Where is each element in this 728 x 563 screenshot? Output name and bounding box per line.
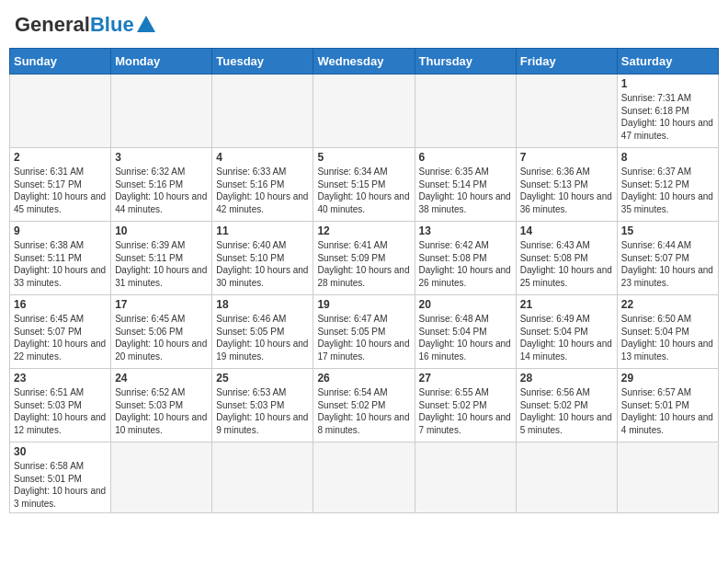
day-number: 5	[317, 151, 410, 164]
day-number: 17	[115, 298, 208, 311]
calendar-cell: 25Sunrise: 6:53 AM Sunset: 5:03 PM Dayli…	[212, 369, 313, 442]
calendar-week-row: 16Sunrise: 6:45 AM Sunset: 5:07 PM Dayli…	[10, 295, 719, 369]
day-info: Sunrise: 7:31 AM Sunset: 6:18 PM Dayligh…	[621, 92, 714, 142]
day-info: Sunrise: 6:40 AM Sunset: 5:10 PM Dayligh…	[216, 239, 309, 289]
calendar-cell	[212, 75, 313, 148]
calendar-cell: 27Sunrise: 6:55 AM Sunset: 5:02 PM Dayli…	[415, 369, 516, 442]
day-number: 23	[14, 372, 107, 385]
day-info: Sunrise: 6:35 AM Sunset: 5:14 PM Dayligh…	[419, 166, 512, 215]
calendar-cell	[313, 442, 415, 513]
calendar-cell: 23Sunrise: 6:51 AM Sunset: 5:03 PM Dayli…	[10, 369, 111, 442]
day-number: 1	[621, 77, 714, 90]
day-number: 29	[621, 372, 714, 385]
calendar-cell: 18Sunrise: 6:46 AM Sunset: 5:05 PM Dayli…	[212, 295, 313, 369]
calendar-cell	[313, 75, 415, 148]
day-number: 20	[419, 298, 512, 311]
day-number: 21	[520, 298, 613, 311]
calendar-cell: 17Sunrise: 6:45 AM Sunset: 5:06 PM Dayli…	[111, 295, 212, 369]
calendar-cell: 14Sunrise: 6:43 AM Sunset: 5:08 PM Dayli…	[516, 222, 617, 295]
day-number: 9	[14, 224, 107, 237]
day-info: Sunrise: 6:55 AM Sunset: 5:02 PM Dayligh…	[419, 386, 512, 436]
calendar-header-wednesday: Wednesday	[313, 49, 415, 75]
calendar-cell: 11Sunrise: 6:40 AM Sunset: 5:10 PM Dayli…	[212, 222, 313, 295]
day-info: Sunrise: 6:56 AM Sunset: 5:02 PM Dayligh…	[520, 386, 613, 436]
day-number: 4	[216, 151, 309, 164]
day-info: Sunrise: 6:41 AM Sunset: 5:09 PM Dayligh…	[317, 239, 410, 289]
day-number: 6	[419, 151, 512, 164]
day-info: Sunrise: 6:44 AM Sunset: 5:07 PM Dayligh…	[621, 239, 714, 289]
calendar-cell: 30Sunrise: 6:58 AM Sunset: 5:01 PM Dayli…	[10, 442, 111, 513]
calendar-cell: 4Sunrise: 6:33 AM Sunset: 5:16 PM Daylig…	[212, 148, 313, 222]
calendar-cell: 26Sunrise: 6:54 AM Sunset: 5:02 PM Dayli…	[313, 369, 415, 442]
day-info: Sunrise: 6:52 AM Sunset: 5:03 PM Dayligh…	[115, 386, 208, 436]
day-info: Sunrise: 6:45 AM Sunset: 5:07 PM Dayligh…	[14, 313, 107, 362]
day-number: 16	[14, 298, 107, 311]
calendar-cell: 21Sunrise: 6:49 AM Sunset: 5:04 PM Dayli…	[516, 295, 617, 369]
day-info: Sunrise: 6:54 AM Sunset: 5:02 PM Dayligh…	[317, 386, 410, 436]
calendar-cell: 29Sunrise: 6:57 AM Sunset: 5:01 PM Dayli…	[617, 369, 718, 442]
calendar-cell	[212, 442, 313, 513]
day-number: 2	[14, 151, 107, 164]
day-number: 12	[317, 224, 410, 237]
day-number: 13	[419, 224, 512, 237]
day-info: Sunrise: 6:57 AM Sunset: 5:01 PM Dayligh…	[621, 386, 714, 436]
calendar-cell: 28Sunrise: 6:56 AM Sunset: 5:02 PM Dayli…	[516, 369, 617, 442]
day-number: 3	[115, 151, 208, 164]
day-info: Sunrise: 6:42 AM Sunset: 5:08 PM Dayligh…	[419, 239, 512, 289]
day-number: 15	[621, 224, 714, 237]
day-info: Sunrise: 6:33 AM Sunset: 5:16 PM Dayligh…	[216, 166, 309, 215]
day-number: 10	[115, 224, 208, 237]
day-info: Sunrise: 6:58 AM Sunset: 5:01 PM Dayligh…	[14, 460, 107, 510]
day-info: Sunrise: 6:38 AM Sunset: 5:11 PM Dayligh…	[14, 239, 107, 289]
day-info: Sunrise: 6:43 AM Sunset: 5:08 PM Dayligh…	[520, 239, 613, 289]
calendar-cell	[111, 442, 212, 513]
day-number: 30	[14, 445, 107, 458]
calendar-cell: 2Sunrise: 6:31 AM Sunset: 5:17 PM Daylig…	[10, 148, 111, 222]
day-number: 24	[115, 372, 208, 385]
day-number: 11	[216, 224, 309, 237]
calendar-cell: 9Sunrise: 6:38 AM Sunset: 5:11 PM Daylig…	[10, 222, 111, 295]
calendar-header-tuesday: Tuesday	[212, 49, 313, 75]
calendar-cell: 24Sunrise: 6:52 AM Sunset: 5:03 PM Dayli…	[111, 369, 212, 442]
calendar-week-row: 2Sunrise: 6:31 AM Sunset: 5:17 PM Daylig…	[10, 148, 719, 222]
calendar-header-saturday: Saturday	[617, 49, 718, 75]
day-info: Sunrise: 6:32 AM Sunset: 5:16 PM Dayligh…	[115, 166, 208, 215]
calendar-cell: 7Sunrise: 6:36 AM Sunset: 5:13 PM Daylig…	[516, 148, 617, 222]
calendar-cell	[111, 75, 212, 148]
day-info: Sunrise: 6:48 AM Sunset: 5:04 PM Dayligh…	[419, 313, 512, 362]
calendar-cell: 16Sunrise: 6:45 AM Sunset: 5:07 PM Dayli…	[10, 295, 111, 369]
day-number: 19	[317, 298, 410, 311]
calendar-cell: 19Sunrise: 6:47 AM Sunset: 5:05 PM Dayli…	[313, 295, 415, 369]
day-info: Sunrise: 6:37 AM Sunset: 5:12 PM Dayligh…	[621, 166, 714, 215]
calendar-table: SundayMondayTuesdayWednesdayThursdayFrid…	[9, 48, 719, 513]
day-number: 14	[520, 224, 613, 237]
calendar-week-row: 9Sunrise: 6:38 AM Sunset: 5:11 PM Daylig…	[10, 222, 719, 295]
day-info: Sunrise: 6:36 AM Sunset: 5:13 PM Dayligh…	[520, 166, 613, 215]
day-info: Sunrise: 6:31 AM Sunset: 5:17 PM Dayligh…	[14, 166, 107, 215]
day-info: Sunrise: 6:46 AM Sunset: 5:05 PM Dayligh…	[216, 313, 309, 362]
day-number: 8	[621, 151, 714, 164]
calendar-header-row: SundayMondayTuesdayWednesdayThursdayFrid…	[10, 49, 719, 75]
day-number: 25	[216, 372, 309, 385]
day-info: Sunrise: 6:49 AM Sunset: 5:04 PM Dayligh…	[520, 313, 613, 362]
day-info: Sunrise: 6:45 AM Sunset: 5:06 PM Dayligh…	[115, 313, 208, 362]
calendar-cell: 5Sunrise: 6:34 AM Sunset: 5:15 PM Daylig…	[313, 148, 415, 222]
calendar-week-row: 30Sunrise: 6:58 AM Sunset: 5:01 PM Dayli…	[10, 442, 719, 513]
calendar-cell: 12Sunrise: 6:41 AM Sunset: 5:09 PM Dayli…	[313, 222, 415, 295]
day-info: Sunrise: 6:39 AM Sunset: 5:11 PM Dayligh…	[115, 239, 208, 289]
day-info: Sunrise: 6:34 AM Sunset: 5:15 PM Dayligh…	[317, 166, 410, 215]
calendar-cell: 1Sunrise: 7:31 AM Sunset: 6:18 PM Daylig…	[617, 75, 718, 148]
logo: General Blue	[15, 13, 155, 37]
day-number: 26	[317, 372, 410, 385]
calendar-header-monday: Monday	[111, 49, 212, 75]
calendar-cell: 22Sunrise: 6:50 AM Sunset: 5:04 PM Dayli…	[617, 295, 718, 369]
logo-blue-text: Blue	[90, 13, 134, 37]
calendar-week-row: 23Sunrise: 6:51 AM Sunset: 5:03 PM Dayli…	[10, 369, 719, 442]
day-number: 28	[520, 372, 613, 385]
day-number: 27	[419, 372, 512, 385]
day-info: Sunrise: 6:50 AM Sunset: 5:04 PM Dayligh…	[621, 313, 714, 362]
page-header: General Blue	[9, 9, 719, 40]
calendar-header-friday: Friday	[516, 49, 617, 75]
day-info: Sunrise: 6:51 AM Sunset: 5:03 PM Dayligh…	[14, 386, 107, 436]
calendar-cell: 15Sunrise: 6:44 AM Sunset: 5:07 PM Dayli…	[617, 222, 718, 295]
